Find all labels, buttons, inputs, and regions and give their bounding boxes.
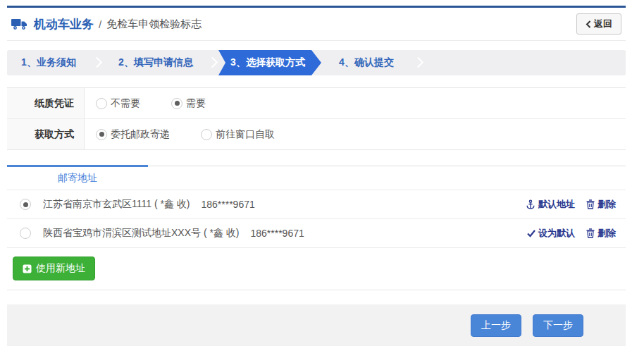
address-actions: 设为默认 删除 [527,227,616,240]
address-text: 陕西省宝鸡市渭滨区测试地址XXX号 ( *鑫 收) [43,227,239,240]
step-2-label: 2、填写申请信息 [118,56,193,69]
header: 机动车业务 / 免检车申领检验标志 返回 [7,8,626,41]
radio-option-label: 委托邮政寄递 [111,128,170,141]
acquire-method-label: 获取方式 [7,119,85,149]
use-new-address-label: 使用新地址 [36,262,85,275]
radio-option-label: 需要 [186,97,206,110]
step-2-fill-info[interactable]: 2、填写申请信息 [106,50,206,75]
radio-option-needed[interactable]: 需要 [171,97,206,110]
step-separator-icon [411,50,427,75]
chevron-left-icon [586,20,591,28]
tab-label: 邮寄地址 [58,172,97,185]
address-row[interactable]: 江苏省南京市玄武区1111 ( *鑫 收) 186****9671 默认地址 [7,190,626,218]
radio-unchecked-icon[interactable] [20,228,31,239]
paper-voucher-options: 不需要 需要 [85,88,237,118]
radio-option-postal-delivery[interactable]: 委托邮政寄递 [96,128,170,141]
acquire-method-options: 委托邮政寄递 前往窗口自取 [85,119,306,149]
new-address-row: 使用新地址 [7,247,626,290]
check-icon [527,230,535,237]
steps-filler [427,50,626,75]
step-1-label: 1、业务须知 [21,56,76,69]
mailing-address-section: 邮寄地址 江苏省南京市玄武区1111 ( *鑫 收) 186****9671 [7,165,626,290]
next-step-button[interactable]: 下一步 [533,314,583,337]
footer-bar: 上一步 下一步 [7,304,626,346]
delete-address-link[interactable]: 删除 [586,227,616,240]
radio-checked-icon[interactable] [96,129,107,140]
tab-mailing-address[interactable]: 邮寄地址 [7,165,148,190]
address-row[interactable]: 陕西省宝鸡市渭滨区测试地址XXX号 ( *鑫 收) 186****9671 设为… [7,218,626,247]
form-table: 纸质凭证 不需要 需要 获取方式 委托邮政寄递 [7,87,626,150]
radio-checked-icon[interactable] [20,199,31,210]
action-label: 删除 [597,198,616,211]
use-new-address-button[interactable]: 使用新地址 [13,257,95,280]
action-label: 删除 [597,227,616,240]
page-container: 机动车业务 / 免检车申领检验标志 返回 1、业务须知 2、填写申请信息 3、选… [7,6,626,346]
radio-option-not-needed[interactable]: 不需要 [96,97,140,110]
anchor-icon [526,199,535,210]
back-button-label: 返回 [594,18,612,30]
address-text: 江苏省南京市玄武区1111 ( *鑫 收) [43,198,190,211]
truck-icon [11,17,28,31]
trash-icon [586,228,595,238]
delete-address-link[interactable]: 删除 [586,198,616,211]
trash-icon [586,199,595,209]
step-separator-icon [90,50,106,75]
radio-unchecked-icon[interactable] [201,129,212,140]
form-row-paper-voucher: 纸质凭证 不需要 需要 [7,88,626,118]
plus-icon [23,264,32,273]
form-row-acquire-method: 获取方式 委托邮政寄递 前往窗口自取 [7,118,626,149]
default-address-link[interactable]: 默认地址 [526,198,575,211]
address-phone: 186****9671 [201,199,254,210]
paper-voucher-label: 纸质凭证 [7,88,85,118]
radio-unchecked-icon[interactable] [96,98,107,109]
page-title: 机动车业务 [34,16,94,32]
step-separator-icon [206,50,221,75]
radio-option-label: 不需要 [111,97,140,110]
back-button[interactable]: 返回 [576,13,621,35]
step-3-choose-method-active[interactable]: 3、选择获取方式 [218,50,321,75]
action-label: 默认地址 [538,198,575,211]
step-wizard: 1、业务须知 2、填写申请信息 3、选择获取方式 4、确认提交 [7,50,626,75]
address-actions: 默认地址 删除 [526,198,616,211]
step-4-confirm[interactable]: 4、确认提交 [321,50,411,75]
radio-option-label: 前往窗口自取 [216,128,275,141]
previous-step-button[interactable]: 上一步 [471,314,521,337]
radio-checked-icon[interactable] [171,98,182,109]
breadcrumb-current: 免检车申领检验标志 [106,18,202,31]
radio-option-window-pickup[interactable]: 前往窗口自取 [201,128,275,141]
action-label: 设为默认 [538,227,575,240]
step-1-notice[interactable]: 1、业务须知 [7,50,90,75]
tabs-filler [148,166,626,190]
set-default-link[interactable]: 设为默认 [527,227,575,240]
address-tabs: 邮寄地址 [7,165,626,190]
breadcrumb-separator: / [99,18,101,30]
step-3-label: 3、选择获取方式 [230,56,305,69]
step-4-label: 4、确认提交 [339,56,394,69]
address-phone: 186****9671 [250,228,304,239]
